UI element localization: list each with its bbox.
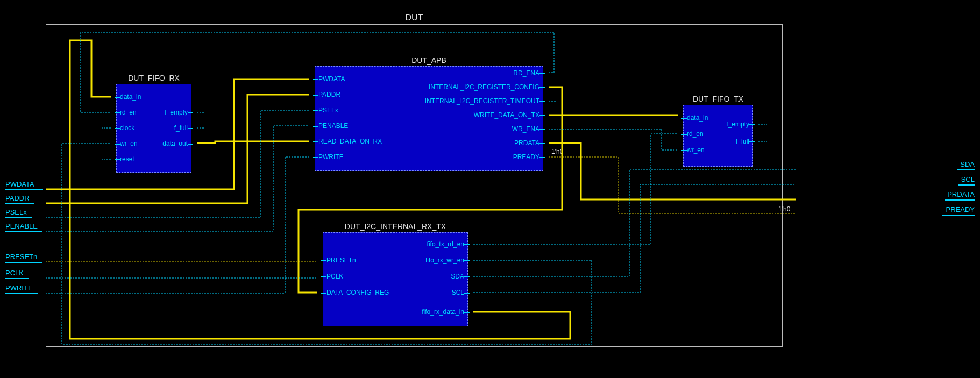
ext-pselx: PSELx bbox=[5, 208, 27, 216]
port-f-full: f_full bbox=[174, 124, 188, 132]
block-i2c-title: DUT_I2C_INTERNAL_RX_TX bbox=[345, 222, 446, 231]
port-fifo-tx-rd-en: fifo_tx_rd_en bbox=[427, 240, 464, 248]
port-pclk: PCLK bbox=[326, 273, 343, 280]
port-sda: SDA bbox=[451, 273, 464, 280]
port-pselx: PSELx bbox=[318, 106, 338, 114]
port-clock: clock bbox=[120, 124, 134, 132]
port-pready: PREADY bbox=[513, 153, 539, 161]
block-fifo-rx[interactable]: DUT_FIFO_RX data_in rd_en clock wr_en re… bbox=[116, 84, 191, 173]
port-rd-en: rd_en bbox=[120, 109, 137, 116]
diagram-canvas: DUT DUT_FIFO_RX data_in rd_en clock wr_e… bbox=[0, 0, 980, 378]
port-data-in: data_in bbox=[120, 93, 141, 101]
block-fifo-tx[interactable]: DUT_FIFO_TX data_in rd_en wr_en f_empty … bbox=[683, 105, 753, 167]
ext-scl: SCL bbox=[961, 175, 975, 183]
ext-pready: PREADY bbox=[946, 205, 975, 213]
ext-pwrite: PWRITE bbox=[5, 284, 33, 292]
port-pwdata: PWDATA bbox=[318, 75, 345, 83]
block-apb[interactable]: DUT_APB PWDATA PADDR PSELx PENABLE READ_… bbox=[315, 66, 543, 171]
port-tx-rd-en: rd_en bbox=[687, 130, 704, 138]
block-i2c[interactable]: DUT_I2C_INTERNAL_RX_TX PRESETn PCLK DATA… bbox=[323, 232, 468, 326]
port-wr-ena: WR_ENA bbox=[512, 125, 539, 133]
port-data-out: data_out bbox=[162, 140, 188, 147]
ext-paddr: PADDR bbox=[5, 194, 30, 202]
port-presetn: PRESETn bbox=[326, 256, 356, 264]
port-reset: reset bbox=[120, 155, 134, 163]
port-pwrite: PWRITE bbox=[318, 153, 344, 161]
ext-pwdata: PWDATA bbox=[5, 180, 34, 188]
port-tx-wr-en: wr_en bbox=[687, 146, 705, 154]
ext-presetn: PRESETn bbox=[5, 253, 37, 261]
port-data-config-reg: DATA_CONFIG_REG bbox=[326, 289, 389, 296]
port-i2c-timeout: INTERNAL_I2C_REGISTER_TIMEOUT bbox=[425, 97, 539, 105]
port-tx-data-in: data_in bbox=[687, 114, 708, 122]
dut-title: DUT bbox=[406, 13, 423, 23]
port-fifo-rx-data-in: fifo_rx_data_in bbox=[422, 308, 464, 316]
block-fifo-tx-title: DUT_FIFO_TX bbox=[693, 95, 743, 103]
const-1h0-b: 1'h0 bbox=[778, 205, 790, 213]
ext-sda: SDA bbox=[960, 160, 975, 168]
port-fifo-rx-wr-en: fifo_rx_wr_en bbox=[425, 256, 464, 264]
port-prdata: PRDATA bbox=[514, 139, 539, 147]
port-tx-f-empty: f_empty bbox=[726, 120, 749, 128]
port-scl: SCL bbox=[452, 289, 464, 296]
port-i2c-cfg: INTERNAL_I2C_REGISTER_CONFIG bbox=[429, 83, 539, 91]
port-wr-en: wr_en bbox=[120, 140, 138, 147]
port-read-data-on-rx: READ_DATA_ON_RX bbox=[318, 138, 382, 145]
port-penable: PENABLE bbox=[318, 122, 348, 130]
ext-prdata: PRDATA bbox=[947, 190, 975, 198]
block-fifo-rx-title: DUT_FIFO_RX bbox=[128, 74, 180, 82]
port-write-data-on-tx: WRITE_DATA_ON_TX bbox=[474, 111, 539, 119]
ext-penable: PENABLE bbox=[5, 222, 38, 230]
block-apb-title: DUT_APB bbox=[411, 56, 446, 65]
const-1h0-a: 1'h0 bbox=[551, 148, 563, 155]
port-rd-ena: RD_ENA bbox=[513, 69, 539, 77]
ext-pclk: PCLK bbox=[5, 269, 24, 277]
port-tx-f-full: f_full bbox=[736, 138, 749, 145]
port-f-empty: f_empty bbox=[165, 109, 188, 116]
port-paddr: PADDR bbox=[318, 91, 340, 98]
